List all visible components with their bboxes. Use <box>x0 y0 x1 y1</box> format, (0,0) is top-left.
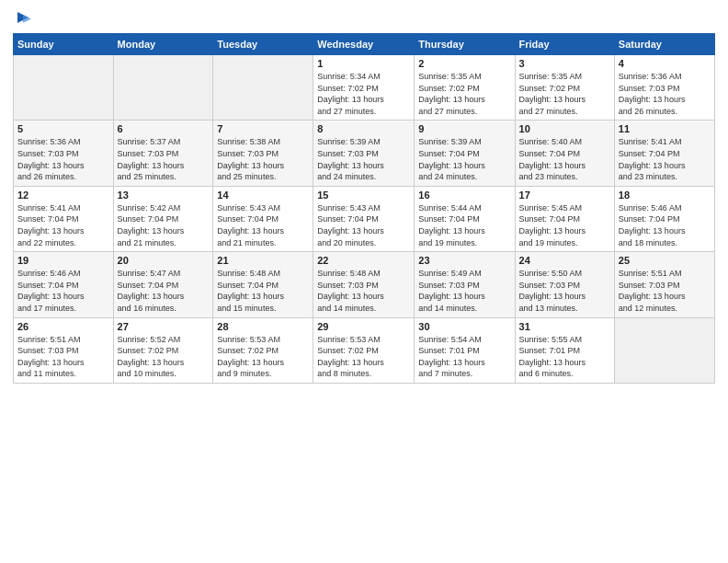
calendar-cell: 14Sunrise: 5:43 AM Sunset: 7:04 PM Dayli… <box>213 186 313 251</box>
calendar-cell: 3Sunrise: 5:35 AM Sunset: 7:02 PM Daylig… <box>515 55 614 121</box>
day-number: 4 <box>619 58 711 69</box>
day-info: Sunrise: 5:38 AM Sunset: 7:03 PM Dayligh… <box>217 136 309 182</box>
day-number: 16 <box>418 190 510 201</box>
calendar-cell <box>614 317 714 383</box>
day-number: 31 <box>519 321 610 332</box>
day-number: 1 <box>317 58 410 69</box>
day-info: Sunrise: 5:51 AM Sunset: 7:03 PM Dayligh… <box>17 334 109 380</box>
calendar-cell: 30Sunrise: 5:54 AM Sunset: 7:01 PM Dayli… <box>415 317 515 383</box>
day-info: Sunrise: 5:46 AM Sunset: 7:04 PM Dayligh… <box>619 202 711 248</box>
calendar-cell: 15Sunrise: 5:43 AM Sunset: 7:04 PM Dayli… <box>313 186 415 251</box>
calendar-header-friday: Friday <box>515 34 614 55</box>
day-number: 11 <box>619 123 711 134</box>
calendar-cell: 26Sunrise: 5:51 AM Sunset: 7:03 PM Dayli… <box>14 317 114 383</box>
day-number: 2 <box>418 58 510 69</box>
day-info: Sunrise: 5:55 AM Sunset: 7:01 PM Dayligh… <box>519 334 610 380</box>
day-number: 25 <box>619 255 711 266</box>
calendar-week-2: 5Sunrise: 5:36 AM Sunset: 7:03 PM Daylig… <box>14 121 715 186</box>
calendar-week-3: 12Sunrise: 5:41 AM Sunset: 7:04 PM Dayli… <box>14 186 715 251</box>
calendar-cell: 18Sunrise: 5:46 AM Sunset: 7:04 PM Dayli… <box>614 186 714 251</box>
day-info: Sunrise: 5:50 AM Sunset: 7:03 PM Dayligh… <box>519 268 610 314</box>
day-info: Sunrise: 5:53 AM Sunset: 7:02 PM Dayligh… <box>317 334 410 380</box>
day-info: Sunrise: 5:51 AM Sunset: 7:03 PM Dayligh… <box>619 268 711 314</box>
calendar-cell: 20Sunrise: 5:47 AM Sunset: 7:04 PM Dayli… <box>113 252 213 317</box>
day-number: 29 <box>317 321 410 332</box>
calendar-cell: 16Sunrise: 5:44 AM Sunset: 7:04 PM Dayli… <box>415 186 515 251</box>
calendar-header-saturday: Saturday <box>614 34 714 55</box>
day-number: 9 <box>418 123 510 134</box>
calendar-cell <box>14 55 114 121</box>
calendar-cell: 7Sunrise: 5:38 AM Sunset: 7:03 PM Daylig… <box>213 121 313 186</box>
calendar-cell: 19Sunrise: 5:46 AM Sunset: 7:04 PM Dayli… <box>14 252 114 317</box>
day-info: Sunrise: 5:42 AM Sunset: 7:04 PM Dayligh… <box>118 202 210 248</box>
calendar-cell: 5Sunrise: 5:36 AM Sunset: 7:03 PM Daylig… <box>14 121 114 186</box>
day-info: Sunrise: 5:46 AM Sunset: 7:04 PM Dayligh… <box>17 268 109 314</box>
day-number: 23 <box>418 255 510 266</box>
calendar-cell: 28Sunrise: 5:53 AM Sunset: 7:02 PM Dayli… <box>213 317 313 383</box>
day-info: Sunrise: 5:41 AM Sunset: 7:04 PM Dayligh… <box>619 136 711 182</box>
calendar-cell: 11Sunrise: 5:41 AM Sunset: 7:04 PM Dayli… <box>614 121 714 186</box>
day-info: Sunrise: 5:54 AM Sunset: 7:01 PM Dayligh… <box>418 334 510 380</box>
day-number: 13 <box>118 190 210 201</box>
day-info: Sunrise: 5:36 AM Sunset: 7:03 PM Dayligh… <box>619 71 711 117</box>
day-info: Sunrise: 5:52 AM Sunset: 7:02 PM Dayligh… <box>118 334 210 380</box>
day-number: 27 <box>118 321 210 332</box>
svg-marker-1 <box>23 15 31 23</box>
calendar-cell: 25Sunrise: 5:51 AM Sunset: 7:03 PM Dayli… <box>614 252 714 317</box>
day-info: Sunrise: 5:49 AM Sunset: 7:03 PM Dayligh… <box>418 268 510 314</box>
day-number: 18 <box>619 190 711 201</box>
calendar-cell: 6Sunrise: 5:37 AM Sunset: 7:03 PM Daylig… <box>113 121 213 186</box>
day-number: 30 <box>418 321 510 332</box>
day-info: Sunrise: 5:35 AM Sunset: 7:02 PM Dayligh… <box>519 71 610 117</box>
calendar-cell: 2Sunrise: 5:35 AM Sunset: 7:02 PM Daylig… <box>415 55 515 121</box>
day-number: 12 <box>17 190 109 201</box>
day-info: Sunrise: 5:45 AM Sunset: 7:04 PM Dayligh… <box>519 202 610 248</box>
day-info: Sunrise: 5:43 AM Sunset: 7:04 PM Dayligh… <box>217 202 309 248</box>
day-number: 6 <box>118 123 210 134</box>
calendar-header-tuesday: Tuesday <box>213 34 313 55</box>
calendar-cell: 4Sunrise: 5:36 AM Sunset: 7:03 PM Daylig… <box>614 55 714 121</box>
day-info: Sunrise: 5:37 AM Sunset: 7:03 PM Dayligh… <box>118 136 210 182</box>
day-number: 21 <box>217 255 309 266</box>
day-number: 14 <box>217 190 309 201</box>
calendar-cell: 21Sunrise: 5:48 AM Sunset: 7:04 PM Dayli… <box>213 252 313 317</box>
calendar-cell: 31Sunrise: 5:55 AM Sunset: 7:01 PM Dayli… <box>515 317 614 383</box>
calendar-table: SundayMondayTuesdayWednesdayThursdayFrid… <box>13 33 715 384</box>
calendar-cell: 29Sunrise: 5:53 AM Sunset: 7:02 PM Dayli… <box>313 317 415 383</box>
calendar-cell: 1Sunrise: 5:34 AM Sunset: 7:02 PM Daylig… <box>313 55 415 121</box>
calendar-cell <box>113 55 213 121</box>
calendar-cell: 8Sunrise: 5:39 AM Sunset: 7:03 PM Daylig… <box>313 121 415 186</box>
calendar-cell: 27Sunrise: 5:52 AM Sunset: 7:02 PM Dayli… <box>113 317 213 383</box>
day-number: 19 <box>17 255 109 266</box>
calendar-header-sunday: Sunday <box>14 34 114 55</box>
day-number: 10 <box>519 123 610 134</box>
day-info: Sunrise: 5:47 AM Sunset: 7:04 PM Dayligh… <box>118 268 210 314</box>
day-info: Sunrise: 5:41 AM Sunset: 7:04 PM Dayligh… <box>17 202 109 248</box>
logo <box>13 11 31 26</box>
calendar-cell: 9Sunrise: 5:39 AM Sunset: 7:04 PM Daylig… <box>415 121 515 186</box>
calendar-cell: 10Sunrise: 5:40 AM Sunset: 7:04 PM Dayli… <box>515 121 614 186</box>
calendar-cell: 22Sunrise: 5:48 AM Sunset: 7:03 PM Dayli… <box>313 252 415 317</box>
day-number: 3 <box>519 58 610 69</box>
day-info: Sunrise: 5:44 AM Sunset: 7:04 PM Dayligh… <box>418 202 510 248</box>
day-number: 26 <box>17 321 109 332</box>
day-number: 17 <box>519 190 610 201</box>
calendar-week-1: 1Sunrise: 5:34 AM Sunset: 7:02 PM Daylig… <box>14 55 715 121</box>
calendar-cell: 17Sunrise: 5:45 AM Sunset: 7:04 PM Dayli… <box>515 186 614 251</box>
day-info: Sunrise: 5:48 AM Sunset: 7:03 PM Dayligh… <box>317 268 410 314</box>
day-number: 7 <box>217 123 309 134</box>
day-info: Sunrise: 5:48 AM Sunset: 7:04 PM Dayligh… <box>217 268 309 314</box>
header <box>13 11 715 26</box>
calendar-header-thursday: Thursday <box>415 34 515 55</box>
day-info: Sunrise: 5:43 AM Sunset: 7:04 PM Dayligh… <box>317 202 410 248</box>
day-info: Sunrise: 5:39 AM Sunset: 7:04 PM Dayligh… <box>418 136 510 182</box>
day-number: 22 <box>317 255 410 266</box>
page: SundayMondayTuesdayWednesdayThursdayFrid… <box>0 0 728 563</box>
day-number: 28 <box>217 321 309 332</box>
day-number: 24 <box>519 255 610 266</box>
day-info: Sunrise: 5:53 AM Sunset: 7:02 PM Dayligh… <box>217 334 309 380</box>
calendar-cell: 13Sunrise: 5:42 AM Sunset: 7:04 PM Dayli… <box>113 186 213 251</box>
day-info: Sunrise: 5:39 AM Sunset: 7:03 PM Dayligh… <box>317 136 410 182</box>
calendar-header-wednesday: Wednesday <box>313 34 415 55</box>
day-number: 5 <box>17 123 109 134</box>
